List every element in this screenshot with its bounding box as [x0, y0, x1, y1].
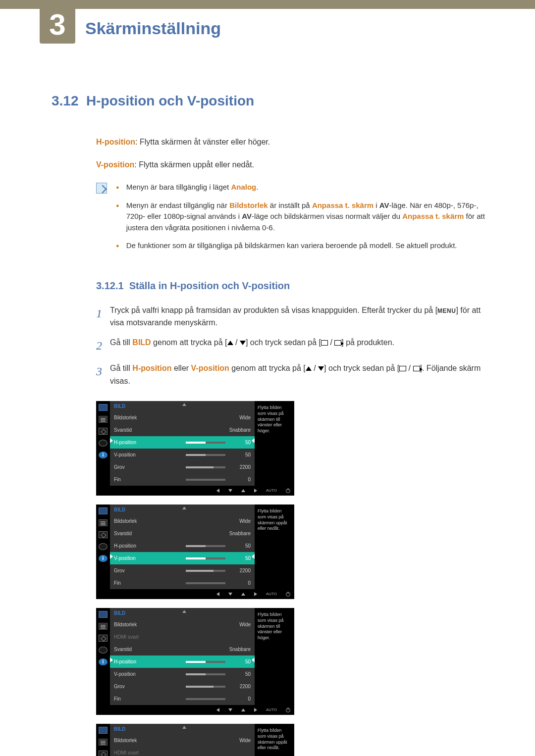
chapter-header: 3 Skärminställning [40, 5, 495, 49]
info-icon: i [99, 555, 107, 562]
enter-icon [334, 340, 341, 346]
subsection-title: 3.12.1 Ställa in H-position och V-positi… [96, 278, 495, 293]
osd-row: BildstorlekWide [110, 618, 255, 631]
vpos-desc: V-position: Flytta skärmen uppåt eller n… [96, 159, 495, 171]
osd-row: Grov2200 [110, 680, 255, 693]
gear-icon [99, 543, 107, 550]
osd-row: BildstorlekWide [110, 734, 255, 747]
osd-footer: AUTO [96, 486, 294, 496]
box-icon [321, 340, 328, 346]
osd-row: V-position50 [110, 449, 255, 461]
move-icon [99, 635, 107, 642]
osd-help: Flytta bilden som visas på skärmen till … [255, 401, 294, 486]
osd-footer: AUTO [96, 705, 294, 715]
menu-icon [99, 623, 107, 630]
monitor-icon [99, 507, 107, 514]
osd-row: H-position50 [110, 540, 255, 552]
info-icon: i [99, 452, 107, 458]
move-icon [99, 428, 107, 435]
osd-row: V-position50 [110, 668, 255, 680]
osd-row: H-position50 [110, 655, 255, 668]
up-icon [227, 341, 233, 345]
osd-panel: iBILDBildstorlekWideHDMI svartSvarstidSn… [96, 608, 294, 715]
info-note: ●Menyn är bara tillgänglig i läget Analo… [96, 182, 495, 258]
osd-row: BildstorlekWide [110, 515, 255, 527]
step-3: 3Gå till H-position eller V-position gen… [96, 362, 495, 387]
hpos-desc: H-position: Flytta skärmen åt vänster el… [96, 136, 495, 148]
osd-row: SvarstidSnabbare [110, 643, 255, 655]
menu-icon [99, 739, 107, 746]
osd-help: Flytta bilden som visas på skärmen till … [255, 608, 294, 705]
osd-row: Fin0 [110, 693, 255, 705]
osd-footer: AUTO [96, 589, 294, 599]
info-icon: i [99, 658, 107, 665]
chapter-number: 3 [40, 5, 75, 44]
gear-icon [99, 440, 107, 447]
osd-row: BildstorlekWide [110, 411, 255, 424]
chapter-title: Skärminställning [85, 19, 221, 38]
gear-icon [99, 647, 107, 654]
osd-help: Flytta bilden som visas på skärmen uppåt… [255, 504, 294, 589]
move-icon [99, 531, 107, 538]
monitor-icon [99, 611, 107, 618]
osd-panel: iBILDBildstorlekWideSvarstidSnabbareH-po… [96, 401, 294, 496]
osd-row: Grov2200 [110, 564, 255, 577]
move-icon [99, 751, 107, 756]
osd-panel: iBILDBildstorlekWideHDMI svartSvarstidSn… [96, 724, 294, 756]
osd-panel: iBILDBildstorlekWideSvarstidSnabbareH-po… [96, 504, 294, 599]
osd-row: SvarstidSnabbare [110, 424, 255, 436]
osd-screenshots: iBILDBildstorlekWideSvarstidSnabbareH-po… [96, 401, 495, 756]
monitor-icon [99, 404, 107, 411]
osd-row: H-position50 [110, 436, 255, 449]
step-2: 2Gå till BILD genom att trycka på [ / ] … [96, 336, 495, 355]
osd-row: Fin0 [110, 577, 255, 589]
osd-row: HDMI svart [110, 631, 255, 643]
info-icon [96, 183, 107, 194]
osd-help: Flytta bilden som visas på skärmen uppåt… [255, 724, 294, 756]
osd-row: Grov2200 [110, 461, 255, 473]
osd-row: HDMI svart [110, 747, 255, 756]
monitor-icon [99, 727, 107, 734]
down-icon [240, 341, 246, 345]
menu-icon [99, 416, 107, 423]
step-1: 1Tryck på valfri knapp på framsidan av p… [96, 304, 495, 329]
osd-row: Fin0 [110, 473, 255, 486]
osd-row: SvarstidSnabbare [110, 527, 255, 540]
section-title: 3.12 H-position och V-position [52, 93, 495, 109]
menu-button-label: MENU [437, 307, 456, 314]
menu-icon [99, 519, 107, 526]
osd-row: V-position50 [110, 552, 255, 564]
